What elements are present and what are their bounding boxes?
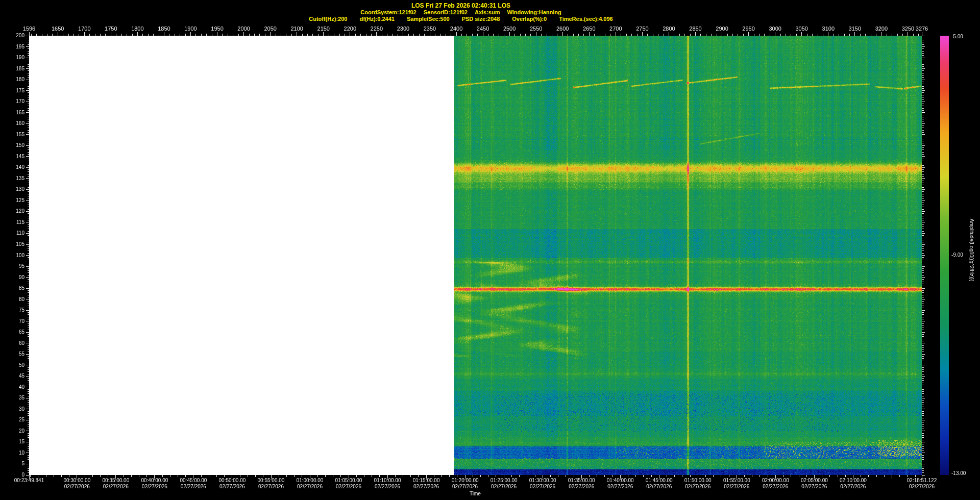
top-axis-tick-label: 3000	[769, 26, 781, 32]
frequency-tick-label: 150	[9, 142, 24, 148]
top-axis-tick-label: 3200	[875, 26, 888, 32]
frequency-tick-label: 110	[9, 230, 24, 236]
time-tick-label: 01:25:00.0002/27/2026	[491, 478, 518, 490]
time-tick-label: 00:35:00.0002/27/2026	[102, 478, 129, 490]
top-axis-tick-label: 2550	[530, 26, 542, 32]
frequency-tick-label: 125	[9, 197, 24, 203]
header-params-row2: Cutoff(Hz):200df(Hz):0.2441Sample/Sec:50…	[0, 16, 922, 22]
frequency-tick-label: 15	[9, 439, 24, 444]
time-tick-label: 01:15:00.0002/27/2026	[413, 478, 440, 490]
spectrogram-canvas[interactable]	[454, 36, 922, 475]
frequency-tick-label: 100	[9, 253, 24, 258]
top-axis-tick-label: 1800	[131, 26, 143, 32]
time-tick-label: 02:18:51.12202/27/2026	[907, 478, 937, 490]
date-value: 02/27/2026	[723, 484, 750, 490]
top-axis-tick-label: 2500	[503, 26, 516, 32]
colorbar-label-max: -5.00	[951, 34, 963, 39]
top-axis-tick-label: 1950	[211, 26, 223, 32]
top-axis-tick-label: 3050	[795, 26, 807, 32]
frequency-tick-label: 0	[9, 472, 24, 478]
top-axis-tick-label: 1596	[23, 26, 35, 32]
date-value: 02/27/2026	[180, 484, 207, 490]
top-axis-tick-label: 3150	[849, 26, 861, 32]
frequency-tick-label: 35	[9, 395, 24, 401]
top-axis-tick-label: 1850	[158, 26, 170, 32]
header-param: CoordSystem:121f02	[360, 9, 416, 16]
time-tick-label: 01:00:00.0002/27/2026	[297, 478, 324, 490]
time-value: 02:05:00.00	[801, 478, 828, 484]
header-param: Sample/Sec:500	[407, 16, 450, 22]
frequency-tick-label: 90	[9, 274, 24, 280]
plot-area[interactable]	[29, 36, 922, 475]
date-value: 02/27/2026	[607, 484, 634, 490]
top-axis-tick-label: 2150	[317, 26, 330, 32]
time-tick-label: 01:35:00.0002/27/2026	[568, 478, 595, 490]
time-value: 00:55:00.00	[258, 478, 285, 484]
frequency-tick-label: 120	[9, 208, 24, 214]
time-value: 00:40:00.00	[141, 478, 168, 484]
top-axis-tick-label: 2300	[397, 26, 409, 32]
top-axis-tick-label: 3250	[902, 26, 914, 32]
colorbar-label-mid: -9.00	[951, 252, 963, 258]
date-value: 02/27/2026	[413, 484, 440, 490]
date-value: 02/27/2026	[840, 484, 867, 490]
date-value: 02/27/2026	[102, 484, 129, 490]
frequency-tick-label: 145	[9, 154, 24, 159]
time-tick-label: 00:23:49.841	[14, 478, 44, 484]
frequency-tick-label: 70	[9, 318, 24, 324]
date-value: 02/27/2026	[646, 484, 673, 490]
frequency-tick-label: 20	[9, 428, 24, 434]
time-tick-label: 02:00:00.0002/27/2026	[762, 478, 789, 490]
time-tick-label: 00:30:00.0002/27/2026	[63, 478, 90, 490]
frequency-tick-label: 175	[9, 88, 24, 93]
header: LOS Fri 27 Feb 2026 02:40:31 LOS CoordSy…	[0, 2, 922, 22]
frequency-tick-label: 140	[9, 164, 24, 170]
colorbar	[940, 36, 949, 475]
top-axis-tick-label: 2950	[742, 26, 754, 32]
time-tick-label: 01:05:00.0002/27/2026	[335, 478, 362, 490]
time-value: 01:00:00.00	[297, 478, 324, 484]
frequency-tick-label: 165	[9, 110, 24, 115]
frequency-tick-label: 65	[9, 329, 24, 335]
frequency-tick-label: 130	[9, 186, 24, 192]
time-value: 02:00:00.00	[762, 478, 789, 484]
top-axis-tick-label: 2600	[556, 26, 569, 32]
date-value: 02/27/2026	[63, 484, 90, 490]
frequency-tick-label: 180	[9, 77, 24, 82]
frequency-tick-label: 95	[9, 263, 24, 269]
time-value: 00:35:00.00	[102, 478, 129, 484]
top-axis-tick-label: 2900	[716, 26, 728, 32]
header-param: SensorID:121f02	[424, 9, 468, 16]
colorbar-label-min: -13.00	[951, 470, 966, 476]
time-value: 01:20:00.00	[452, 478, 479, 484]
frequency-tick-label: 40	[9, 384, 24, 390]
date-value: 02/27/2026	[529, 484, 556, 490]
date-value: 02/27/2026	[491, 484, 518, 490]
header-param: Overlap(%):0	[512, 16, 547, 22]
window-title: LOS Fri 27 Feb 2026 02:40:31 LOS	[0, 2, 922, 9]
time-value: 01:45:00.00	[646, 478, 673, 484]
time-tick-label: 01:30:00.0002/27/2026	[529, 478, 556, 490]
time-value: 00:23:49.841	[14, 478, 44, 484]
header-param: df(Hz):0.2441	[359, 16, 394, 22]
time-tick-label: 00:55:00.0002/27/2026	[258, 478, 285, 490]
date-value: 02/27/2026	[219, 484, 246, 490]
frequency-tick-label: 55	[9, 351, 24, 357]
time-tick-label: 01:10:00.0002/27/2026	[374, 478, 401, 490]
frequency-tick-label: 200	[9, 33, 24, 38]
time-tick-label: 02:05:00.0002/27/2026	[801, 478, 828, 490]
top-axis-tick-label: 2250	[371, 26, 383, 32]
top-axis-tick-label: 2650	[583, 26, 595, 32]
time-value: 00:45:00.00	[180, 478, 207, 484]
date-value: 02/27/2026	[297, 484, 324, 490]
time-value: 00:30:00.00	[63, 478, 90, 484]
frequency-tick-label: 85	[9, 285, 24, 291]
time-value: 01:10:00.00	[374, 478, 401, 484]
frequency-tick-label: 115	[9, 219, 24, 225]
frequency-tick-label: 195	[9, 44, 24, 49]
frequency-tick-label: 10	[9, 450, 24, 456]
top-axis-tick-label: 2400	[450, 26, 462, 32]
top-axis-tick-label: 2850	[689, 26, 701, 32]
top-axis-tick-label: 2750	[636, 26, 648, 32]
time-tick-label: 01:45:00.0002/27/2026	[646, 478, 673, 490]
